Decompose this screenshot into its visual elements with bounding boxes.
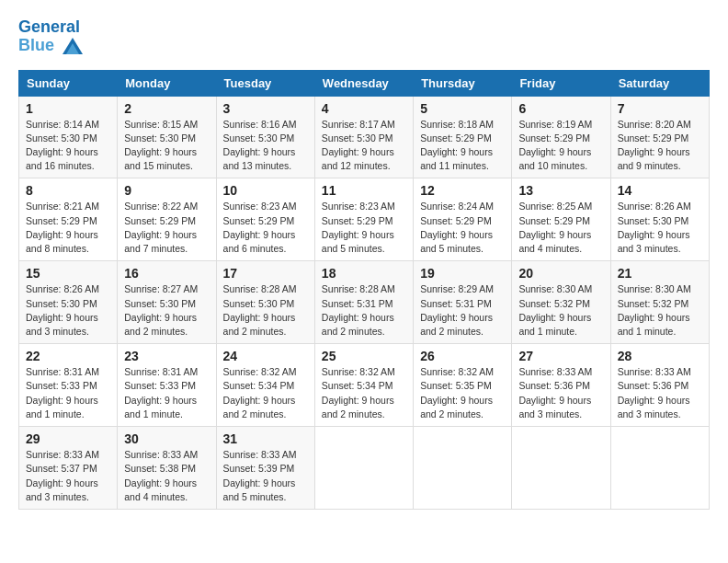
- day-number: 24: [223, 349, 308, 363]
- day-number: 8: [26, 183, 110, 198]
- calendar-cell: 19 Sunrise: 8:29 AM Sunset: 5:31 PM Dayl…: [414, 261, 512, 344]
- page-header: General Blue: [18, 18, 710, 55]
- calendar-cell: 18 Sunrise: 8:28 AM Sunset: 5:31 PM Dayl…: [314, 261, 413, 344]
- calendar-cell: 25 Sunrise: 8:32 AM Sunset: 5:34 PM Dayl…: [314, 344, 413, 427]
- calendar-cell: [314, 427, 413, 510]
- day-info: Sunrise: 8:33 AM Sunset: 5:38 PM Dayligh…: [124, 448, 209, 504]
- calendar-cell: 8 Sunrise: 8:21 AM Sunset: 5:29 PM Dayli…: [19, 178, 118, 261]
- day-number: 1: [26, 101, 110, 116]
- week-row-5: 29 Sunrise: 8:33 AM Sunset: 5:37 PM Dayl…: [19, 427, 710, 510]
- day-number: 31: [223, 431, 308, 446]
- day-info: Sunrise: 8:17 AM Sunset: 5:30 PM Dayligh…: [322, 118, 406, 174]
- day-number: 19: [420, 266, 505, 281]
- header-tuesday: Tuesday: [216, 70, 314, 96]
- calendar-cell: 29 Sunrise: 8:33 AM Sunset: 5:37 PM Dayl…: [19, 427, 118, 510]
- calendar-cell: 5 Sunrise: 8:18 AM Sunset: 5:29 PM Dayli…: [414, 96, 512, 178]
- calendar-cell: 1 Sunrise: 8:14 AM Sunset: 5:30 PM Dayli…: [19, 96, 118, 178]
- calendar-cell: 12 Sunrise: 8:24 AM Sunset: 5:29 PM Dayl…: [414, 178, 512, 261]
- day-number: 22: [26, 349, 110, 363]
- calendar-cell: [610, 427, 709, 510]
- day-number: 12: [420, 183, 505, 198]
- header-saturday: Saturday: [610, 70, 709, 96]
- day-number: 17: [223, 266, 308, 281]
- day-info: Sunrise: 8:31 AM Sunset: 5:33 PM Dayligh…: [124, 365, 209, 421]
- calendar-cell: 14 Sunrise: 8:26 AM Sunset: 5:30 PM Dayl…: [610, 178, 709, 261]
- calendar-cell: [512, 427, 610, 510]
- logo-text: General: [18, 18, 83, 37]
- day-info: Sunrise: 8:14 AM Sunset: 5:30 PM Dayligh…: [26, 118, 110, 174]
- day-info: Sunrise: 8:33 AM Sunset: 5:37 PM Dayligh…: [26, 448, 110, 504]
- day-number: 13: [518, 183, 603, 198]
- day-info: Sunrise: 8:33 AM Sunset: 5:39 PM Dayligh…: [223, 448, 308, 504]
- day-number: 9: [124, 183, 209, 198]
- day-info: Sunrise: 8:32 AM Sunset: 5:34 PM Dayligh…: [223, 365, 308, 421]
- calendar-cell: 15 Sunrise: 8:26 AM Sunset: 5:30 PM Dayl…: [19, 261, 118, 344]
- calendar-cell: 22 Sunrise: 8:31 AM Sunset: 5:33 PM Dayl…: [19, 344, 118, 427]
- calendar-cell: 21 Sunrise: 8:30 AM Sunset: 5:32 PM Dayl…: [610, 261, 709, 344]
- calendar-cell: 11 Sunrise: 8:23 AM Sunset: 5:29 PM Dayl…: [314, 178, 413, 261]
- calendar-cell: 2 Sunrise: 8:15 AM Sunset: 5:30 PM Dayli…: [118, 96, 216, 178]
- day-info: Sunrise: 8:22 AM Sunset: 5:29 PM Dayligh…: [124, 200, 209, 256]
- day-info: Sunrise: 8:20 AM Sunset: 5:29 PM Dayligh…: [618, 118, 702, 174]
- day-info: Sunrise: 8:28 AM Sunset: 5:31 PM Dayligh…: [322, 282, 406, 339]
- calendar-cell: 17 Sunrise: 8:28 AM Sunset: 5:30 PM Dayl…: [216, 261, 314, 344]
- calendar-cell: 6 Sunrise: 8:19 AM Sunset: 5:29 PM Dayli…: [512, 96, 610, 178]
- calendar-cell: 26 Sunrise: 8:32 AM Sunset: 5:35 PM Dayl…: [414, 344, 512, 427]
- day-number: 15: [26, 266, 110, 281]
- day-info: Sunrise: 8:27 AM Sunset: 5:30 PM Dayligh…: [124, 282, 209, 339]
- day-number: 25: [322, 349, 406, 363]
- calendar-cell: 3 Sunrise: 8:16 AM Sunset: 5:30 PM Dayli…: [216, 96, 314, 178]
- day-number: 29: [26, 431, 110, 446]
- calendar-cell: 7 Sunrise: 8:20 AM Sunset: 5:29 PM Dayli…: [610, 96, 709, 178]
- day-number: 18: [322, 266, 406, 281]
- day-number: 14: [618, 183, 702, 198]
- header-monday: Monday: [118, 70, 216, 96]
- header-friday: Friday: [512, 70, 610, 96]
- calendar-cell: 20 Sunrise: 8:30 AM Sunset: 5:32 PM Dayl…: [512, 261, 610, 344]
- day-info: Sunrise: 8:15 AM Sunset: 5:30 PM Dayligh…: [124, 118, 209, 174]
- day-number: 16: [124, 266, 209, 281]
- day-info: Sunrise: 8:23 AM Sunset: 5:29 PM Dayligh…: [223, 200, 308, 256]
- calendar-cell: 16 Sunrise: 8:27 AM Sunset: 5:30 PM Dayl…: [118, 261, 216, 344]
- logo-text2: Blue: [18, 37, 83, 55]
- day-info: Sunrise: 8:24 AM Sunset: 5:29 PM Dayligh…: [420, 200, 505, 256]
- days-header-row: Sunday Monday Tuesday Wednesday Thursday…: [19, 70, 710, 96]
- header-wednesday: Wednesday: [314, 70, 413, 96]
- day-info: Sunrise: 8:16 AM Sunset: 5:30 PM Dayligh…: [223, 118, 308, 174]
- day-number: 30: [124, 431, 209, 446]
- week-row-4: 22 Sunrise: 8:31 AM Sunset: 5:33 PM Dayl…: [19, 344, 710, 427]
- day-info: Sunrise: 8:26 AM Sunset: 5:30 PM Dayligh…: [618, 200, 702, 256]
- day-info: Sunrise: 8:32 AM Sunset: 5:35 PM Dayligh…: [420, 365, 505, 421]
- day-number: 5: [420, 101, 505, 116]
- week-row-2: 8 Sunrise: 8:21 AM Sunset: 5:29 PM Dayli…: [19, 178, 710, 261]
- day-number: 4: [322, 101, 406, 116]
- day-info: Sunrise: 8:30 AM Sunset: 5:32 PM Dayligh…: [518, 282, 603, 339]
- calendar-cell: 31 Sunrise: 8:33 AM Sunset: 5:39 PM Dayl…: [216, 427, 314, 510]
- header-thursday: Thursday: [414, 70, 512, 96]
- calendar-table: Sunday Monday Tuesday Wednesday Thursday…: [18, 70, 710, 510]
- day-number: 10: [223, 183, 308, 198]
- logo-icon: [63, 38, 83, 54]
- calendar-cell: 4 Sunrise: 8:17 AM Sunset: 5:30 PM Dayli…: [314, 96, 413, 178]
- calendar-cell: 13 Sunrise: 8:25 AM Sunset: 5:29 PM Dayl…: [512, 178, 610, 261]
- calendar-cell: 23 Sunrise: 8:31 AM Sunset: 5:33 PM Dayl…: [118, 344, 216, 427]
- day-number: 3: [223, 101, 308, 116]
- day-number: 7: [618, 101, 702, 116]
- day-info: Sunrise: 8:23 AM Sunset: 5:29 PM Dayligh…: [322, 200, 406, 256]
- day-info: Sunrise: 8:18 AM Sunset: 5:29 PM Dayligh…: [420, 118, 505, 174]
- calendar-cell: 28 Sunrise: 8:33 AM Sunset: 5:36 PM Dayl…: [610, 344, 709, 427]
- day-number: 21: [618, 266, 702, 281]
- day-number: 26: [420, 349, 505, 363]
- calendar-cell: 10 Sunrise: 8:23 AM Sunset: 5:29 PM Dayl…: [216, 178, 314, 261]
- logo: General Blue: [18, 18, 83, 55]
- day-number: 20: [518, 266, 603, 281]
- day-info: Sunrise: 8:19 AM Sunset: 5:29 PM Dayligh…: [518, 118, 603, 174]
- day-info: Sunrise: 8:26 AM Sunset: 5:30 PM Dayligh…: [26, 282, 110, 339]
- day-number: 23: [124, 349, 209, 363]
- day-info: Sunrise: 8:32 AM Sunset: 5:34 PM Dayligh…: [322, 365, 406, 421]
- day-info: Sunrise: 8:25 AM Sunset: 5:29 PM Dayligh…: [518, 200, 603, 256]
- calendar-cell: 27 Sunrise: 8:33 AM Sunset: 5:36 PM Dayl…: [512, 344, 610, 427]
- calendar-cell: 24 Sunrise: 8:32 AM Sunset: 5:34 PM Dayl…: [216, 344, 314, 427]
- day-info: Sunrise: 8:30 AM Sunset: 5:32 PM Dayligh…: [618, 282, 702, 339]
- day-number: 28: [618, 349, 702, 363]
